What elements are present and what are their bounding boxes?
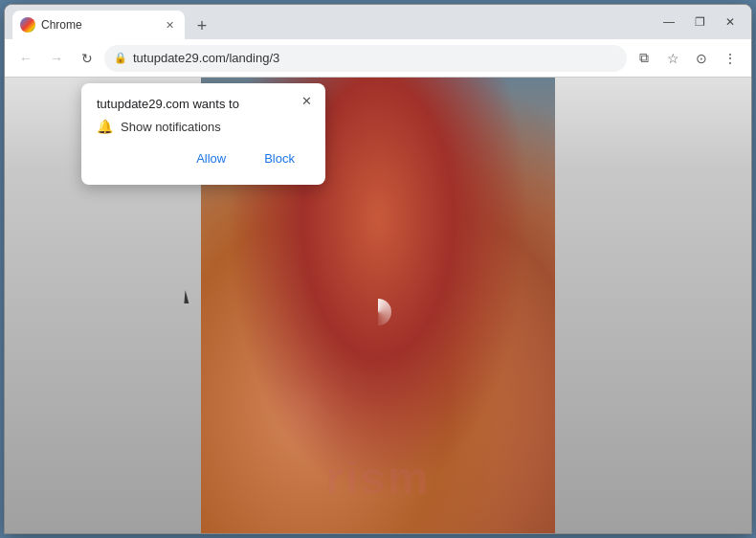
tab-favicon [20,17,35,33]
dialog-option-notifications: 🔔 Show notifications [97,119,310,134]
browser-window: Chrome ✕ + — ❐ ✕ ← → ↻ 🔒 tutupdate29.com… [4,4,752,534]
address-bar[interactable]: 🔒 tutupdate29.com/landing/3 [104,45,627,72]
allow-button[interactable]: Allow [181,146,241,171]
bell-icon: 🔔 [97,119,113,134]
dialog-title: tutupdate29.com wants to [97,97,310,111]
tab-close-button[interactable]: ✕ [162,17,177,33]
new-tab-button[interactable]: + [189,12,215,39]
reload-button[interactable]: ↻ [74,45,100,72]
loading-spinner [365,299,391,325]
back-button: ← [12,45,39,72]
bookmark-icon[interactable]: ☆ [659,45,686,72]
account-icon[interactable]: ⊙ [688,45,715,72]
open-tab-icon[interactable]: ⧉ [631,45,657,72]
dialog-close-button[interactable]: ✕ [297,91,316,110]
menu-icon[interactable]: ⋮ [717,45,744,72]
tab-bar: Chrome ✕ + [12,5,656,39]
nav-right-controls: ⧉ ☆ ⊙ ⋮ [631,45,744,72]
title-bar: Chrome ✕ + — ❐ ✕ [5,5,751,39]
browser-tab[interactable]: Chrome ✕ [12,11,185,39]
lock-icon: 🔒 [114,52,127,64]
window-controls: — ❐ ✕ [656,9,744,35]
spinner-graphic [365,299,391,325]
dialog-buttons: Allow Block [97,146,310,171]
maximize-button[interactable]: ❐ [686,9,713,35]
permission-dialog: ✕ tutupdate29.com wants to 🔔 Show notifi… [81,83,325,185]
tab-title: Chrome [41,18,156,32]
minimize-button[interactable]: — [656,9,682,35]
forward-button: → [43,45,70,72]
url-text: tutupdate29.com/landing/3 [133,51,617,65]
block-button[interactable]: Block [249,146,310,171]
content-area: ris­­­m ✕ tutupdate29.com wants to 🔔 Sho… [5,78,751,533]
dialog-option-text: Show notifications [121,120,221,134]
nav-bar: ← → ↻ 🔒 tutupdate29.com/landing/3 ⧉ ☆ ⊙ … [5,39,751,78]
close-button[interactable]: ✕ [717,9,744,35]
